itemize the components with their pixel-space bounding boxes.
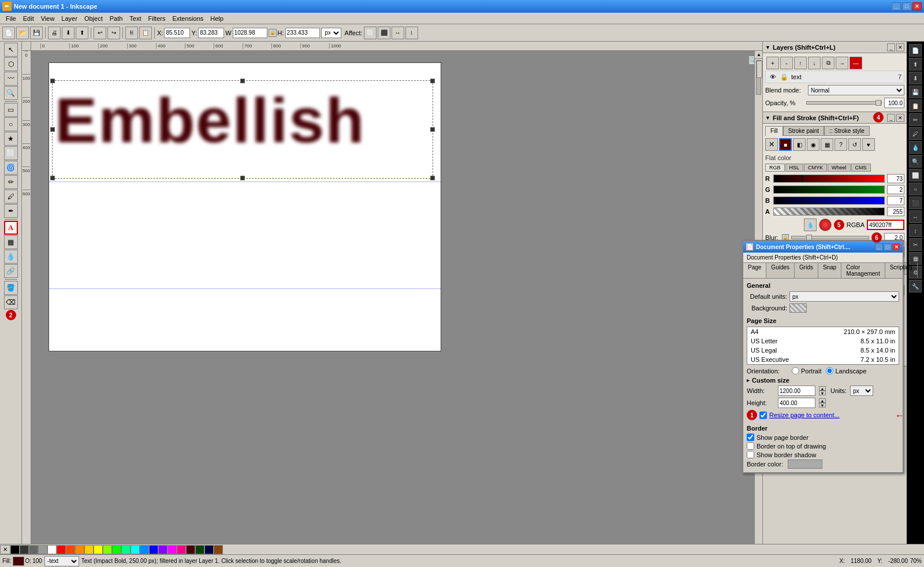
minimize-button[interactable]: _ [892, 2, 901, 10]
doc-props-close[interactable]: ✕ [892, 243, 900, 251]
layers-minimize[interactable]: _ [887, 43, 895, 51]
doc-props-maximize[interactable]: □ [884, 243, 892, 251]
rt-btn-7[interactable]: 🖊 [909, 127, 922, 140]
tb-copy[interactable]: ⎘ [125, 27, 138, 39]
tb-open[interactable]: 📂 [16, 27, 29, 39]
menu-edit[interactable]: Edit [20, 14, 38, 23]
tool-circle[interactable]: ○ [4, 117, 18, 131]
channel-b-value[interactable] [887, 196, 904, 205]
swatch-orange-red[interactable] [66, 545, 75, 554]
tool-rect[interactable]: ▭ [4, 103, 18, 117]
swatch-cyan[interactable] [131, 545, 140, 554]
channel-a-slider[interactable] [773, 207, 885, 216]
tool-tweak[interactable]: 〰 [4, 72, 18, 86]
close-button[interactable]: ✕ [912, 2, 922, 10]
swatch-lightgray[interactable] [38, 545, 47, 554]
rt-btn-11[interactable]: ○ [909, 183, 922, 195]
dp-bg-color[interactable] [789, 303, 807, 313]
dp-page-usletter[interactable]: US Letter 8.5 x 11.0 in [747, 336, 899, 346]
height-down-btn[interactable]: ▼ [819, 403, 826, 407]
doc-tab-color[interactable]: Color Management [841, 263, 885, 278]
swatch-yellow-orange[interactable] [84, 545, 94, 554]
tool-name-select[interactable]: -text [44, 556, 79, 566]
menu-object[interactable]: Object [81, 14, 106, 23]
cm-wheel[interactable]: Wheel [828, 164, 851, 172]
layer-indent[interactable]: → [836, 57, 848, 69]
cm-rgb[interactable]: RGB [765, 164, 785, 172]
doc-tab-scripting[interactable]: Scripting [885, 263, 918, 278]
swatch-white[interactable] [47, 545, 57, 554]
eyedropper-btn[interactable]: 💧 [804, 218, 817, 231]
handle-mr[interactable] [430, 127, 435, 132]
dp-show-shadow-cb[interactable] [747, 451, 754, 458]
layer-up[interactable]: ↑ [794, 57, 807, 69]
no-color-swatch[interactable]: ✕ [0, 545, 10, 554]
doc-tab-grids[interactable]: Grids [795, 263, 818, 278]
swatch-blue[interactable] [149, 545, 158, 554]
menu-extensions[interactable]: Extensions [169, 14, 207, 23]
tool-text[interactable]: A [4, 221, 18, 235]
dp-portrait[interactable]: Portrait [792, 367, 821, 375]
tool-dropper[interactable]: 💧 [4, 250, 18, 264]
swatch-red[interactable] [57, 545, 66, 554]
tool-zoom[interactable]: 🔍 [4, 86, 18, 100]
dp-dim-unit-select[interactable]: px mm [850, 386, 873, 396]
tool-node[interactable]: ⬡ [4, 57, 18, 71]
doc-tab-page[interactable]: Page [743, 263, 766, 278]
handle-tm[interactable] [240, 79, 245, 83]
rgba-input[interactable]: 490207ff [867, 220, 904, 230]
pattern-btn[interactable]: ▦ [821, 138, 833, 151]
rt-btn-9[interactable]: 🔍 [909, 155, 922, 168]
layer-lock-toggle[interactable]: 🔒 [780, 72, 789, 81]
swatch-cyan-green[interactable] [121, 545, 131, 554]
swatch-darkgray[interactable] [20, 545, 29, 554]
tool-connector[interactable]: 🔗 [4, 264, 18, 278]
swatch-gray[interactable] [29, 545, 38, 554]
doc-tab-guides[interactable]: Guides [766, 263, 795, 278]
swatch-sky-blue[interactable] [140, 545, 149, 554]
channel-a-value[interactable] [887, 207, 904, 216]
dp-landscape[interactable]: Landscape [826, 367, 866, 375]
swatch-dark-red[interactable] [186, 545, 195, 554]
swatch-pink[interactable] [177, 545, 186, 554]
fs-close[interactable]: ✕ [896, 114, 904, 122]
doc-tab-snap[interactable]: Snap [818, 263, 841, 278]
rt-btn-15[interactable]: ✂ [909, 238, 922, 251]
opacity-slider[interactable] [806, 101, 882, 105]
menu-layer[interactable]: Layer [58, 14, 81, 23]
tab-fill[interactable]: Fill [765, 126, 783, 136]
unit-select[interactable]: px mm in [321, 28, 341, 38]
channel-r-value[interactable] [887, 174, 904, 183]
doc-props-minimize[interactable]: _ [875, 243, 883, 251]
tb-import[interactable]: ⬇ [62, 27, 74, 39]
handle-bm[interactable] [240, 176, 245, 180]
menu-help[interactable]: Help [207, 14, 227, 23]
width-down-btn[interactable]: ▼ [819, 391, 826, 395]
handle-tr[interactable] [430, 79, 435, 83]
rt-btn-4[interactable]: 💾 [909, 86, 922, 98]
rt-btn-3[interactable]: ⬇ [909, 72, 922, 84]
fill-stroke-header[interactable]: ▼ Fill and Stroke (Shift+Ctrl+F) _ ✕ [763, 112, 907, 124]
fs-minimize[interactable]: _ [887, 114, 895, 122]
layer-outdent[interactable]: — [850, 57, 862, 69]
blur-slider[interactable] [791, 236, 869, 239]
tool-calligraphy[interactable]: ✒ [4, 204, 18, 218]
x-input[interactable] [164, 28, 190, 38]
tool-gradient[interactable]: ▦ [4, 235, 18, 249]
landscape-radio[interactable] [826, 367, 833, 375]
menu-file[interactable]: File [2, 14, 20, 23]
rt-btn-8[interactable]: 💧 [909, 141, 922, 154]
width-up-btn[interactable]: ▲ [819, 386, 826, 391]
layer-visibility-toggle[interactable]: 👁 [768, 72, 777, 81]
cm-cms[interactable]: CMS [851, 164, 871, 172]
swatch-dark-blue[interactable] [204, 545, 214, 554]
swatch-yellow[interactable] [94, 545, 103, 554]
layer-remove[interactable]: - [780, 57, 793, 69]
scroll-up-btn[interactable]: ▲ [755, 51, 762, 59]
dp-page-usexec[interactable]: US Executive 7.2 x 10.5 in [747, 355, 899, 364]
rt-btn-6[interactable]: ✏ [909, 113, 922, 126]
swatch-yellow-green[interactable] [103, 545, 112, 554]
portrait-radio[interactable] [792, 367, 799, 375]
handle-br[interactable] [430, 176, 435, 180]
fill-status-swatch[interactable] [13, 557, 24, 566]
